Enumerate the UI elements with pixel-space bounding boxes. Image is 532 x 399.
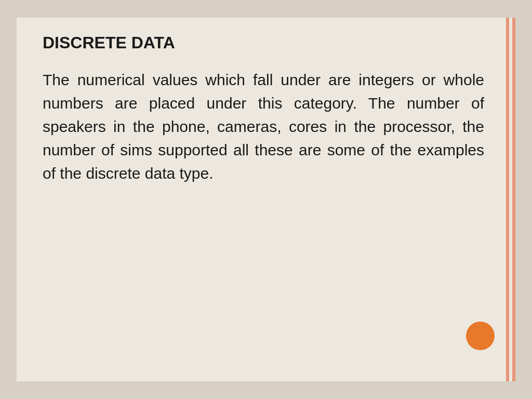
right-border-decoration (506, 18, 515, 381)
slide-body-text: The numerical values which fall under ar… (43, 68, 484, 185)
border-line-3 (512, 18, 515, 381)
slide-container: DISCRETE DATA The numerical values which… (17, 18, 515, 381)
slide-title: DISCRETE DATA (43, 33, 489, 52)
orange-dot-decoration (466, 322, 495, 350)
